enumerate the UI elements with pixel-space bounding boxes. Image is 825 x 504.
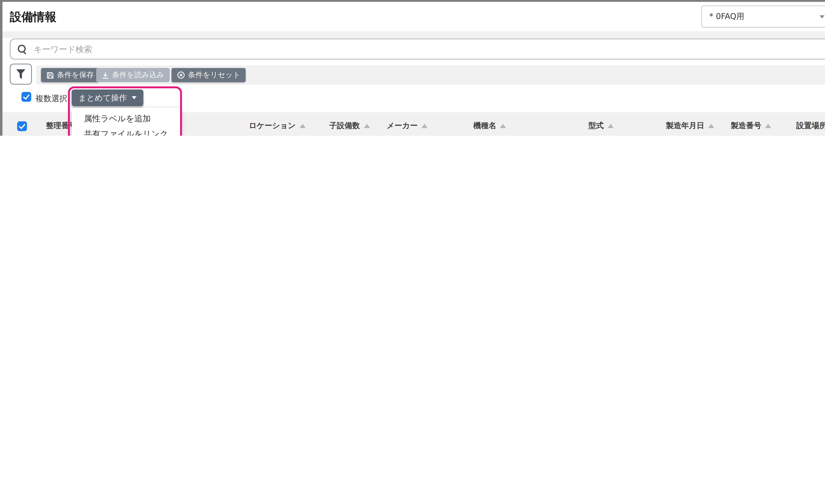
funnel-icon xyxy=(16,69,25,79)
window-frame-left xyxy=(0,0,2,136)
page-title: 設備情報 xyxy=(10,9,56,25)
bulk-action-menu: 属性ラベルを追加共有ファイルをリンクアーカイブ xyxy=(72,108,181,136)
equipment-info-screen: 設備情報 * 0FAQ用 カスタマーサポート 新規作成 条件を保存 xyxy=(0,0,825,136)
multi-select-label: 複数選択 xyxy=(35,93,67,104)
sort-asc-icon xyxy=(364,124,370,128)
column-header-label: 製造年月日 xyxy=(666,121,704,131)
column-header-label: 機種名 xyxy=(473,121,496,131)
window-frame-top xyxy=(0,0,825,2)
sort-asc-icon xyxy=(421,124,427,128)
search-input[interactable] xyxy=(32,44,825,55)
sort-asc-icon xyxy=(708,124,714,128)
search-bar xyxy=(10,39,825,59)
reset-conditions-button[interactable]: 条件をリセット xyxy=(171,68,246,82)
column-header[interactable]: 機種名 xyxy=(434,112,545,136)
column-header-label: ロケーション xyxy=(249,121,296,131)
column-header-label: 設置場所 xyxy=(796,121,825,131)
sort-asc-icon xyxy=(299,124,305,128)
column-header[interactable]: メーカー xyxy=(380,112,434,136)
bulk-menu-item[interactable]: 属性ラベルを追加 xyxy=(72,111,181,126)
download-icon xyxy=(102,71,109,79)
column-header[interactable]: 製造年月日 xyxy=(657,112,724,136)
save-icon xyxy=(47,71,54,79)
reset-icon xyxy=(177,71,185,79)
sort-asc-icon xyxy=(607,124,613,128)
column-header[interactable]: 製造番号 xyxy=(723,112,778,136)
load-conditions-button[interactable]: 条件を読み込み xyxy=(96,68,170,82)
tenant-select[interactable]: * 0FAQ用 xyxy=(701,5,825,27)
column-header[interactable]: 設置場所 xyxy=(778,112,825,136)
bulk-action-button[interactable]: まとめて操作 xyxy=(72,89,143,106)
multi-select-checkbox[interactable] xyxy=(21,92,31,102)
column-header-label: 型式 xyxy=(588,121,604,131)
tenant-select-value: * 0FAQ用 xyxy=(709,11,744,22)
bulk-menu-item[interactable]: 共有ファイルをリンク xyxy=(72,126,181,136)
search-icon xyxy=(18,45,27,54)
select-all-cell xyxy=(2,112,42,136)
column-header[interactable]: ロケーション xyxy=(235,112,319,136)
save-conditions-button[interactable]: 条件を保存 xyxy=(41,68,99,82)
header-divider xyxy=(2,31,825,38)
filter-toggle-button[interactable] xyxy=(10,64,32,84)
column-header-label: 製造番号 xyxy=(731,121,761,131)
chevron-down-icon xyxy=(132,96,137,99)
column-header-label: メーカー xyxy=(387,121,418,131)
sort-asc-icon xyxy=(500,124,506,128)
column-header[interactable]: 型式 xyxy=(545,112,657,136)
column-header[interactable]: 子設備数 xyxy=(319,112,380,136)
column-header-label: 子設備数 xyxy=(329,121,360,131)
chevron-down-icon xyxy=(820,15,825,18)
sort-asc-icon xyxy=(765,124,771,128)
select-all-checkbox[interactable] xyxy=(17,121,27,131)
